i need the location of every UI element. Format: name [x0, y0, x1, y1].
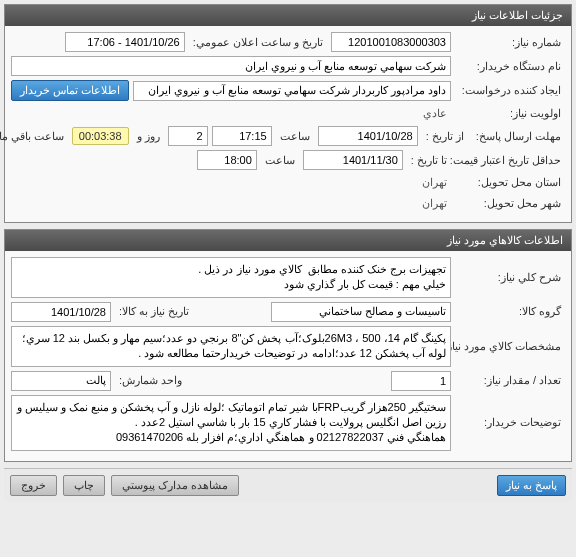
group-label: گروه کالا: — [455, 303, 565, 320]
remaining-label: ساعت باقي مانده — [0, 128, 68, 145]
panel1-body: شماره نياز: تاريخ و ساعت اعلان عمومي: نا… — [5, 26, 571, 222]
buyer-field[interactable] — [11, 56, 451, 76]
group-field[interactable] — [271, 302, 451, 322]
need-details-panel: جزئيات اطلاعات نياز شماره نياز: تاريخ و … — [4, 4, 572, 223]
goods-info-panel: اطلاعات کالاهاي مورد نياز شرح کلي نياز: … — [4, 229, 572, 462]
deadline-date-field[interactable] — [318, 126, 418, 146]
panel1-header: جزئيات اطلاعات نياز — [5, 5, 571, 26]
deadline-label: مهلت ارسال پاسخ: — [472, 128, 565, 145]
spec-field[interactable]: پکينگ گام 14، 500 ، 26M3بلوک؛آب پخش کن"8… — [11, 326, 451, 367]
delivery-province-value: تهران — [418, 174, 451, 191]
panel1-title: جزئيات اطلاعات نياز — [472, 9, 563, 21]
validity-date-field[interactable] — [303, 150, 403, 170]
contact-buyer-button[interactable]: اطلاعات تماس خريدار — [11, 80, 129, 101]
need-no-label: شماره نياز: — [455, 34, 565, 51]
announce-label: تاريخ و ساعت اعلان عمومي: — [189, 34, 327, 51]
priority-label: اولويت نياز: — [455, 105, 565, 122]
days-field[interactable] — [168, 126, 208, 146]
buyer-notes-field[interactable]: سختيگير 250هزار گريبFRPبا شير تمام اتوما… — [11, 395, 451, 451]
spec-label: مشخصات کالاي مورد نياز: — [455, 338, 565, 355]
delivery-province-label: استان محل تحويل: — [455, 174, 565, 191]
print-button[interactable]: چاپ — [63, 475, 105, 496]
answer-need-button[interactable]: پاسخ به نياز — [497, 475, 566, 496]
time-label-1: ساعت — [276, 128, 314, 145]
need-no-field[interactable] — [331, 32, 451, 52]
qty-field[interactable] — [391, 371, 451, 391]
panel2-title: اطلاعات کالاهاي مورد نياز — [447, 234, 563, 246]
need-date-field[interactable] — [11, 302, 111, 322]
delivery-city-label: شهر محل تحويل: — [455, 195, 565, 212]
deadline-time-field[interactable] — [212, 126, 272, 146]
panel2-body: شرح کلي نياز: تجهيزات برج خنک کننده مطاب… — [5, 251, 571, 461]
footer-bar: پاسخ به نياز مشاهده مدارک پيوستي چاپ خرو… — [4, 468, 572, 502]
desc-label: شرح کلي نياز: — [455, 269, 565, 286]
need-date-label: تاريخ نياز به کالا: — [115, 303, 193, 320]
unit-label: واحد شمارش: — [115, 372, 186, 389]
buyer-notes-label: توضيحات خريدار: — [455, 414, 565, 431]
requester-field[interactable] — [133, 81, 451, 101]
countdown-timer: 00:03:38 — [72, 127, 129, 145]
requester-label: ايجاد کننده درخواست: — [455, 82, 565, 99]
qty-label: تعداد / مقدار نياز: — [455, 372, 565, 389]
delivery-city-value: تهران — [418, 195, 451, 212]
panel2-header: اطلاعات کالاهاي مورد نياز — [5, 230, 571, 251]
exit-button[interactable]: خروج — [10, 475, 57, 496]
priority-value: عادي — [419, 105, 451, 122]
days-label: روز و — [133, 128, 164, 145]
buyer-label: نام دستگاه خريدار: — [455, 58, 565, 75]
time-label-2: ساعت — [261, 152, 299, 169]
announce-field[interactable] — [65, 32, 185, 52]
view-attachments-button[interactable]: مشاهده مدارک پيوستي — [111, 475, 239, 496]
from-label: از تاريخ : — [422, 128, 468, 145]
validity-time-field[interactable] — [197, 150, 257, 170]
validity-label: حداقل تاريخ اعتبار قيمت: — [455, 152, 565, 169]
unit-field[interactable] — [11, 371, 111, 391]
desc-field[interactable]: تجهيزات برج خنک کننده مطابق کالاي مورد ن… — [11, 257, 451, 298]
until-label: تا تاريخ : — [407, 152, 451, 169]
